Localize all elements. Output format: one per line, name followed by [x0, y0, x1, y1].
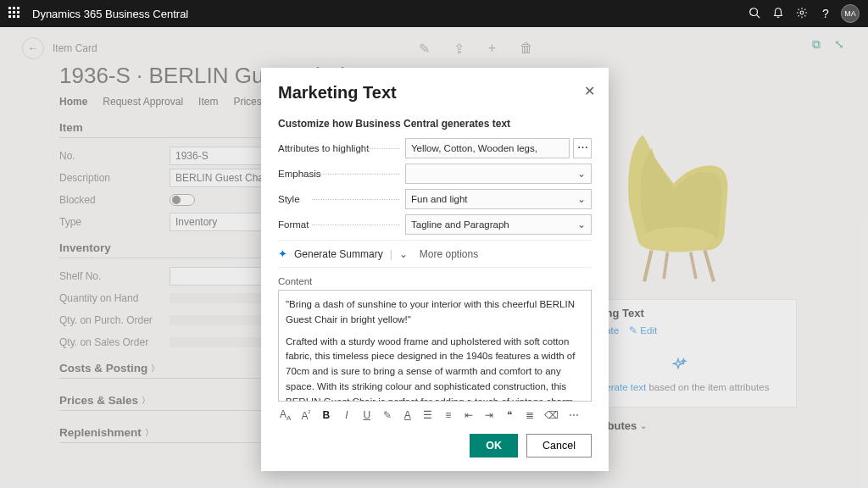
font-size-up-icon[interactable]: A² — [300, 409, 311, 422]
content-label: Content — [278, 276, 592, 286]
svg-point-3 — [800, 11, 804, 14]
attributes-label: Attributes to highlight — [278, 143, 405, 153]
bold-button[interactable]: B — [320, 409, 331, 421]
global-topbar: Dynamics 365 Business Central ? MA — [0, 0, 868, 27]
numbered-list-icon[interactable]: ≡ — [442, 409, 453, 421]
quote-icon[interactable]: ❝ — [504, 409, 515, 421]
attributes-more-button[interactable]: ⋯ — [573, 138, 592, 158]
search-icon[interactable] — [743, 7, 766, 21]
notifications-icon[interactable] — [766, 7, 790, 21]
font-color-icon[interactable]: A — [402, 409, 413, 421]
sparkle-icon: ✦ — [278, 247, 287, 260]
format-label: Format — [278, 219, 405, 230]
format-field[interactable]: Tagline and Paragraph — [405, 214, 592, 235]
outdent-icon[interactable]: ⇤ — [463, 409, 474, 421]
italic-button[interactable]: I — [341, 409, 352, 421]
cancel-button[interactable]: Cancel — [526, 434, 592, 458]
emphasis-field[interactable] — [405, 164, 592, 184]
app-title: Dynamics 365 Business Central — [32, 8, 743, 20]
marketing-text-dialog: Marketing Text ✕ Customize how Business … — [261, 68, 609, 471]
content-editor[interactable]: "Bring a dash of sunshine to your interi… — [278, 290, 592, 402]
generate-summary-button[interactable]: Generate Summary — [294, 248, 383, 260]
ok-button[interactable]: OK — [470, 434, 518, 458]
dialog-title: Marketing Text — [278, 83, 592, 103]
help-icon[interactable]: ? — [814, 7, 837, 20]
style-field[interactable]: Fun and light — [405, 189, 592, 209]
font-size-down-icon[interactable]: AA — [280, 408, 291, 422]
underline-button[interactable]: U — [361, 409, 372, 421]
align-icon[interactable]: ≣ — [524, 409, 535, 421]
dialog-subtitle: Customize how Business Central generates… — [278, 118, 592, 130]
svg-line-1 — [757, 14, 760, 18]
close-button[interactable]: ✕ — [584, 83, 595, 99]
user-avatar[interactable]: MA — [841, 4, 860, 23]
svg-point-0 — [750, 8, 758, 15]
indent-icon[interactable]: ⇥ — [483, 409, 494, 421]
style-label: Style — [278, 194, 405, 204]
more-options-button[interactable]: More options — [420, 248, 478, 260]
app-launcher-icon[interactable] — [8, 7, 22, 20]
settings-icon[interactable] — [790, 7, 814, 21]
format-toolbar: AA A² B I U ✎ A ☰ ≡ ⇤ ⇥ ❝ ≣ ⌫ ⋯ — [278, 402, 592, 422]
more-format-icon[interactable]: ⋯ — [568, 409, 579, 421]
clear-format-icon[interactable]: ⌫ — [544, 409, 559, 421]
attributes-field[interactable]: Yellow, Cotton, Wooden legs, 1940, 70cm — [405, 138, 570, 158]
bullet-list-icon[interactable]: ☰ — [422, 409, 433, 421]
emphasis-label: Emphasis — [278, 169, 405, 179]
highlight-icon[interactable]: ✎ — [381, 409, 392, 421]
chevron-down-icon[interactable]: ⌄ — [399, 248, 408, 260]
